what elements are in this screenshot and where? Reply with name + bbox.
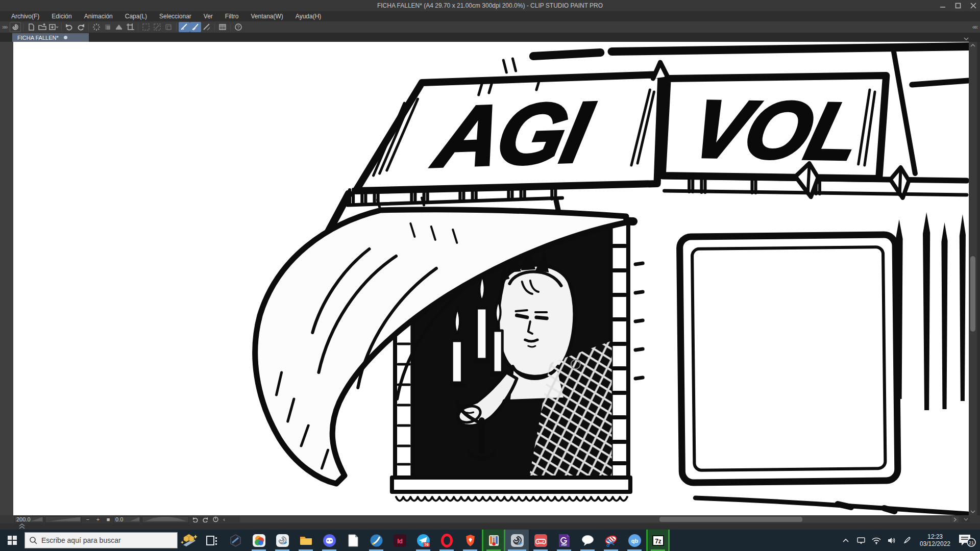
tab-close-icon[interactable] [64, 36, 67, 39]
clip-studio-logo-icon[interactable] [10, 22, 21, 32]
wifi-icon[interactable] [870, 532, 883, 548]
app-hardware-monitor[interactable] [482, 530, 505, 551]
menu-archivo[interactable]: Archivo(F) [5, 13, 45, 20]
app-pdf[interactable]: PDF [552, 530, 576, 551]
windows-taskbar: Id 76 PDF [0, 530, 980, 551]
volume-icon[interactable] [885, 532, 898, 548]
vertical-scroll-thumb[interactable] [970, 256, 975, 332]
vertical-scrollbar[interactable] [969, 42, 977, 515]
zoom-out-button[interactable]: − [83, 516, 93, 523]
app-telegram[interactable]: 76 [411, 530, 435, 551]
new-file-icon[interactable] [26, 22, 37, 32]
app-clip-studio-paint[interactable] [505, 530, 529, 551]
right-edge [977, 42, 980, 515]
selection-pen-icon[interactable] [152, 22, 163, 32]
document-tabbar: FICHA FALLEN* [0, 33, 980, 42]
tray-expand-icon[interactable] [839, 532, 852, 548]
app-scribus[interactable] [364, 530, 388, 551]
menu-ventana[interactable]: Ventana(W) [244, 13, 289, 20]
cast-icon[interactable] [854, 532, 868, 548]
save-file-icon[interactable] [48, 22, 59, 32]
scroll-corner-icon[interactable] [962, 516, 970, 522]
canvas-viewport[interactable]: AGI VOL [13, 42, 969, 515]
collapse-left-icon[interactable]: «« [972, 23, 977, 31]
snap-to-special-ruler-icon[interactable] [190, 22, 201, 32]
menu-seleccionar[interactable]: Seleccionar [153, 13, 198, 20]
app-clip-cutter[interactable] [599, 530, 623, 551]
app-speech-bubble[interactable] [576, 530, 599, 551]
tray-clock[interactable]: 12:23 03/12/2022 [916, 533, 954, 547]
sign-text-right: VOL [682, 83, 869, 177]
toolbar-overflow-icon[interactable]: »» [2, 23, 7, 31]
statusbar-collapse-icon[interactable]: ‹ [220, 516, 228, 523]
zoom-slider[interactable] [45, 516, 82, 523]
invert-selection-icon[interactable] [102, 22, 113, 32]
horizontal-scroll-thumb[interactable] [659, 517, 802, 522]
statusbar: 200.0 − + ■ 0.0 ‹ [0, 515, 980, 523]
search-input[interactable] [41, 536, 159, 544]
minimize-icon[interactable] [939, 2, 946, 9]
menu-capa[interactable]: Capa(L) [119, 13, 153, 20]
tray-date: 03/12/2022 [920, 540, 950, 547]
app-brave[interactable] [458, 530, 482, 551]
menu-edicion[interactable]: Edición [45, 13, 78, 20]
deselect-icon[interactable] [91, 22, 102, 32]
expand-panel-icon[interactable] [18, 523, 26, 529]
app-hexagon-tool[interactable] [224, 530, 247, 551]
start-button[interactable] [0, 530, 24, 551]
notifications-icon[interactable]: 21 [957, 532, 977, 549]
search-highlight-icon[interactable] [178, 530, 200, 551]
window-title: FICHA FALLEN* (A4 29.70 x 21.00cm 300dpi… [0, 2, 980, 9]
shortcut-panel-icon[interactable] [217, 22, 228, 32]
app-clip-studio-launcher[interactable] [271, 530, 294, 551]
sign-text-left: AGI [426, 84, 600, 185]
quick-mask-icon[interactable] [113, 22, 125, 32]
zoom-value-box[interactable]: 200.0 [14, 516, 44, 523]
rotation-value-box[interactable]: 0.0 [113, 516, 141, 523]
panel-collapse-icon[interactable] [964, 37, 969, 41]
redo-icon[interactable] [75, 22, 86, 32]
rotation-slider[interactable] [142, 516, 189, 523]
app-discord[interactable] [317, 530, 341, 551]
app-game-launcher[interactable] [529, 530, 552, 551]
task-view-button[interactable] [200, 530, 224, 551]
help-icon[interactable]: ? [233, 22, 244, 32]
notification-badge: 21 [969, 540, 974, 545]
app-document[interactable] [341, 530, 364, 551]
crop-canvas-icon[interactable] [125, 22, 136, 32]
close-icon[interactable] [970, 2, 977, 9]
app-sevenzip[interactable]: 7z [646, 530, 670, 551]
undo-icon[interactable] [64, 22, 75, 32]
reset-rotation-icon[interactable] [210, 516, 220, 523]
scroll-down-icon[interactable] [969, 508, 977, 515]
snap-to-grid-icon[interactable] [201, 22, 212, 32]
bottom-strip [0, 523, 980, 530]
menu-ayuda[interactable]: Ayuda(H) [289, 13, 327, 20]
app-indesign[interactable]: Id [388, 530, 411, 551]
snap-to-ruler-icon[interactable] [179, 22, 190, 32]
pen-icon[interactable] [900, 532, 914, 548]
document-tab[interactable]: FICHA FALLEN* [12, 33, 89, 42]
zoom-fit-button[interactable]: ■ [103, 516, 113, 523]
left-gutter [0, 42, 13, 515]
rotate-left-icon[interactable] [190, 516, 200, 523]
app-file-explorer[interactable] [294, 530, 317, 551]
svg-text:qb: qb [631, 538, 638, 544]
svg-text:?: ? [237, 24, 240, 30]
selection-area-icon[interactable] [163, 22, 174, 32]
maximize-icon[interactable] [954, 2, 962, 9]
menu-filtro[interactable]: Filtro [219, 13, 245, 20]
app-qbittorrent[interactable]: qb [623, 530, 646, 551]
rotate-right-icon[interactable] [200, 516, 210, 523]
menu-animacion[interactable]: Animación [78, 13, 119, 20]
selection-dashed-icon[interactable] [140, 22, 152, 32]
taskbar-search[interactable] [24, 532, 178, 548]
app-opera[interactable] [435, 530, 458, 551]
scroll-right-icon[interactable] [951, 516, 959, 522]
open-file-icon[interactable] [37, 22, 48, 32]
scroll-up-icon[interactable] [969, 42, 977, 49]
zoom-in-button[interactable]: + [93, 516, 103, 523]
menu-ver[interactable]: Ver [198, 13, 219, 20]
horizontal-scrollbar[interactable] [240, 516, 950, 522]
app-color-paint[interactable] [247, 530, 271, 551]
